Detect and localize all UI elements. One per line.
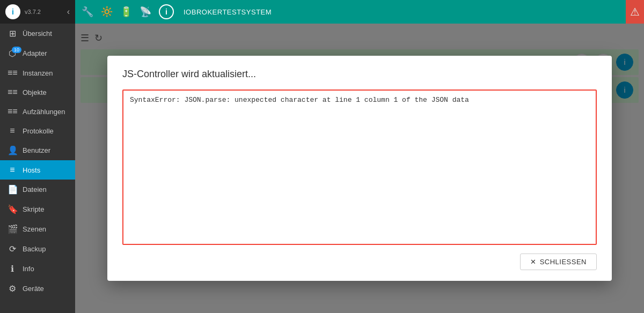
sidebar-item-label: Backup [23,245,46,253]
instanzen-icon: ≡≡ [8,68,17,78]
sidebar-item-backup[interactable]: ⟳ Backup [0,239,75,259]
sidebar-item-skripte[interactable]: 🔖 Skripte [0,199,75,219]
sidebar-item-info[interactable]: ℹ Info [0,259,75,279]
sidebar-item-label: Instanzen [23,69,53,77]
sidebar-item-benutzer[interactable]: 👤 Benutzer [0,140,75,160]
adapter-badge: 10 [12,47,21,53]
sidebar-item-label: Hosts [23,166,40,174]
info-icon: ℹ [8,264,17,274]
modal-body: SyntaxError: JSON.parse: unexpected char… [122,90,597,245]
brightness-icon[interactable]: 🔆 [101,6,113,18]
dateien-icon: 📄 [8,184,17,195]
sidebar-item-label: Geräte [23,285,44,293]
sidebar-item-label: Übersicht [23,29,52,38]
topbar: 🔧 🔆 🔋 📡 i IOBROKERTESTSYSTEM ⚠ [75,0,644,24]
sidebar-item-geraete[interactable]: ⚙ Geräte [0,279,75,299]
protokolle-icon: ≡ [8,126,17,136]
sidebar-item-label: Protokolle [23,127,54,135]
skripte-icon: 🔖 [8,204,17,214]
sidebar-item-label: Info [23,265,34,273]
app-logo: i [5,4,20,19]
close-label: SCHLIESSEN [540,258,587,266]
app-logo-topbar: i [159,4,174,19]
sidebar-item-uebersicht[interactable]: ⊞ Übersicht [0,24,75,43]
content-area: ☰ ↻ 🔧 ↻ i 🔧 ↻ i JS-Controller wird aktua… [75,24,644,313]
sidebar-item-label: Objekte [23,88,47,96]
modal-overlay: JS-Controller wird aktualisiert... Synta… [75,24,644,313]
sidebar-item-protokolle[interactable]: ≡ Protokolle [0,121,75,140]
modal-dialog: JS-Controller wird aktualisiert... Synta… [107,56,612,281]
sidebar-header: i v3.7.2 ‹ [0,0,75,24]
network-icon[interactable]: 📡 [140,6,151,18]
uebersicht-icon: ⊞ [8,28,17,39]
modal-title: JS-Controller wird aktualisiert... [122,69,597,80]
sidebar-item-label: Adapter [23,49,47,57]
sidebar-item-dateien[interactable]: 📄 Dateien [0,180,75,199]
settings-icon[interactable]: 🔧 [82,6,93,18]
objekte-icon: ≡≡ [8,87,17,97]
sidebar-item-label: Benutzer [23,146,50,154]
sidebar-item-szenen[interactable]: 🎬 Szenen [0,219,75,239]
collapse-sidebar-icon[interactable]: ‹ [67,7,70,17]
szenen-icon: 🎬 [8,224,17,234]
error-text: SyntaxError: JSON.parse: unexpected char… [130,96,469,104]
topbar-title: IOBROKERTESTSYSTEM [184,8,272,16]
app-version: v3.7.2 [25,9,63,15]
sidebar-item-aufzaehlungen[interactable]: ≡≡ Aufzählungen [0,102,75,121]
sidebar-item-label: Szenen [23,225,46,233]
sidebar-item-instanzen[interactable]: ≡≡ Instanzen [0,63,75,83]
backup-icon: ⟳ [8,244,17,254]
close-button[interactable]: ✕ SCHLIESSEN [520,254,597,270]
aufzaehlungen-icon: ≡≡ [8,107,17,116]
close-icon: ✕ [530,258,537,266]
sidebar-item-adapter[interactable]: ⬡ Adapter 10 [0,43,75,63]
sidebar-item-objekte[interactable]: ≡≡ Objekte [0,83,75,102]
sidebar-item-label: Aufzählungen [23,108,65,116]
logo-text: i [12,8,14,16]
main-area: 🔧 🔆 🔋 📡 i IOBROKERTESTSYSTEM ⚠ ☰ ↻ 🔧 ↻ i… [75,0,644,313]
sidebar: i v3.7.2 ‹ ⊞ Übersicht ⬡ Adapter 10 ≡≡ I… [0,0,75,313]
modal-footer: ✕ SCHLIESSEN [122,254,597,270]
sidebar-item-hosts[interactable]: ≡ Hosts [0,160,75,180]
alert-icon[interactable]: ⚠ [626,0,644,24]
hosts-icon: ≡ [8,165,17,175]
benutzer-icon: 👤 [8,145,17,155]
sidebar-item-label: Dateien [23,185,47,193]
geraete-icon: ⚙ [8,284,17,294]
sidebar-item-label: Skripte [23,205,44,213]
power-icon[interactable]: 🔋 [120,6,132,18]
